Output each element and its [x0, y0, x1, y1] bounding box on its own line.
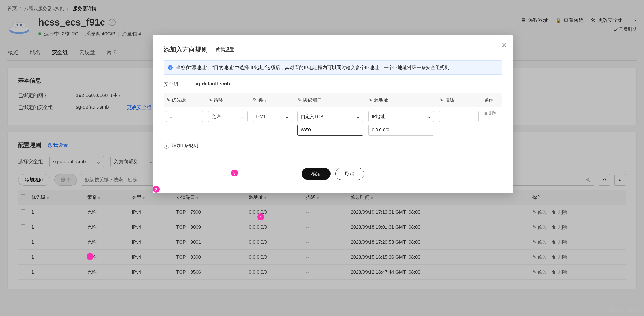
add-rule-modal: ✕ 添加入方向规则 教我设置 i 当您在"源地址"、"目的地址"中选择"IP地址… [153, 35, 513, 193]
source-ip-input[interactable] [368, 125, 434, 136]
chevron-down-icon: ⌄ [240, 114, 244, 119]
desc-input[interactable] [439, 111, 479, 122]
modal-hint-link[interactable]: 教我设置 [216, 46, 234, 53]
h-port: 协议端口 [303, 97, 322, 103]
annotation-bubble-2: 2 [153, 186, 160, 193]
protocol-select[interactable]: 自定义TCP⌄ [297, 111, 363, 122]
chevron-down-icon: ⌄ [356, 114, 360, 119]
policy-select[interactable]: 允许⌄ [208, 111, 248, 122]
modal-sg-value: sg-default-smb [194, 81, 230, 88]
port-input[interactable] [297, 125, 363, 136]
add-one-more-button[interactable]: ＋ 增加1条规则 [164, 142, 502, 149]
modal-sg-label: 安全组 [164, 81, 179, 88]
h-priority: 优先级 [172, 97, 186, 103]
annotation-bubble-3: 3 [231, 170, 238, 176]
plus-icon: ＋ [164, 143, 169, 149]
pen-icon: ✎ [253, 97, 257, 103]
source-type-select[interactable]: IP地址⌄ [368, 111, 434, 122]
confirm-button[interactable]: 确定 [302, 168, 331, 180]
annotation-bubble-1: 1 [87, 253, 93, 260]
chevron-down-icon: ⌄ [427, 114, 431, 119]
modal-title: 添加入方向规则 [164, 45, 208, 54]
info-icon: i [168, 65, 173, 70]
h-type: 类型 [258, 97, 268, 103]
close-button[interactable]: ✕ [502, 42, 507, 49]
h-desc: 描述 [445, 97, 454, 103]
modal-notice: i 当您在"源地址"、"目的地址"中选择"IP地址"选项后，其对应的IP地址框内… [164, 60, 502, 75]
type-select[interactable]: IPv4⌄ [253, 111, 292, 122]
pen-icon: ✎ [166, 97, 170, 103]
row-delete-button[interactable]: 🗑删除 [484, 111, 521, 116]
pen-icon: ✎ [368, 97, 372, 103]
priority-input[interactable] [166, 111, 203, 122]
pen-icon: ✎ [439, 97, 443, 103]
trash-icon: 🗑 [484, 111, 488, 115]
cancel-button[interactable]: 取消 [335, 168, 364, 180]
pen-icon: ✎ [297, 97, 301, 103]
annotation-bubble-4: 4 [257, 213, 264, 220]
h-src: 源地址 [374, 97, 388, 103]
h-op: 操作 [484, 97, 521, 103]
h-policy: 策略 [214, 97, 223, 103]
chevron-down-icon: ⌄ [285, 114, 289, 119]
notice-text: 当您在"源地址"、"目的地址"中选择"IP地址"选项后，其对应的IP地址框内可以… [176, 64, 449, 71]
pen-icon: ✎ [208, 97, 212, 103]
watermark: CSDN @江湖有缘 [605, 308, 639, 313]
